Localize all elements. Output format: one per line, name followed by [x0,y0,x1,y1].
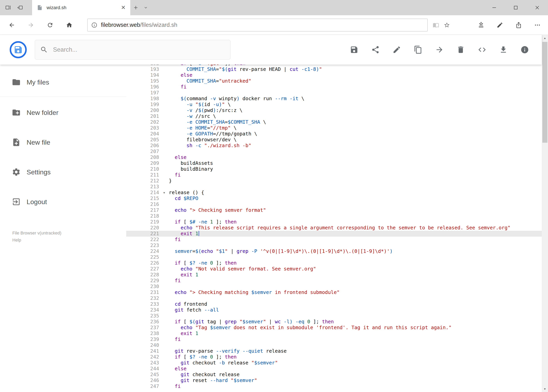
sidebar-item-logout[interactable]: Logout [0,190,126,214]
code-line[interactable]: 244 else [126,366,542,372]
sidebar-item-new-folder[interactable]: New folder [0,101,126,124]
back-button[interactable] [6,19,18,31]
code-line[interactable]: 226 if [ $? -ne 0 ]; then [126,260,542,266]
tabs-aside-list-icon[interactable] [2,0,14,15]
code-line[interactable]: 239 fi [126,336,542,342]
code-line[interactable]: 241 git rev-parse --verify --quiet relea… [126,348,542,354]
code-editor[interactable]: 192 if [ -d ".git" ]; then193 COMMIT_SHA… [126,65,542,392]
save-button[interactable] [350,45,359,54]
code-line[interactable]: 194 else [126,72,542,78]
code-line[interactable]: 201 -w //src \ [126,113,542,119]
code-line[interactable]: 220 echo "This release script requires a… [126,225,542,231]
search-input[interactable] [53,46,225,53]
code-line[interactable]: 211 fi [126,172,542,178]
tab-preview-chevron-icon[interactable] [141,0,150,15]
info-button[interactable] [520,45,529,54]
code-line[interactable]: 213 [126,184,542,190]
code-line[interactable]: 225 [126,254,542,260]
code-line[interactable]: 192 if [ -d ".git" ]; then [126,65,542,66]
scroll-up-arrow-icon[interactable]: ▲ [542,35,548,41]
code-line[interactable]: 204 -e GOPATH=//tmp/gopath \ [126,131,542,137]
code-line[interactable]: 218 [126,213,542,219]
code-line[interactable]: 199 -u "$(id -u)" \ [126,102,542,107]
code-line[interactable]: 202 -e COMMIT_SHA=$COMMIT_SHA \ [126,119,542,125]
code-line[interactable]: 208 else [126,154,542,160]
code-button[interactable] [478,45,486,54]
code-line[interactable]: 222 fi [126,237,542,243]
close-button[interactable] [527,0,548,15]
code-line[interactable]: 207 [126,148,542,154]
tab-close-icon[interactable]: ✕ [121,5,126,10]
code-line[interactable]: 217 echo "> Checking semver format" [126,207,542,213]
code-line[interactable]: 193 COMMIT_SHA="$(git rev-parse HEAD | c… [126,66,542,72]
share-button[interactable] [371,45,380,54]
code-line[interactable]: 223 [126,243,542,248]
code-line[interactable]: 245 git checkout release [126,372,542,378]
maximize-button[interactable] [505,0,527,15]
minimize-button[interactable] [483,0,505,15]
code-line[interactable]: 236 if [ $(git tag | grep "$semver" | wc… [126,319,542,325]
code-line[interactable]: 210 buildBinary [126,166,542,172]
favorite-star-button[interactable] [441,20,452,30]
code-line[interactable]: 198 $(command -v winpty) docker run --rm… [126,96,542,102]
refresh-button[interactable] [44,19,56,31]
reading-view-button[interactable] [430,20,441,30]
code-line[interactable]: 231 echo "> Checking matching $semver in… [126,289,542,295]
code-line[interactable]: 229 fi [126,278,542,284]
search-box[interactable] [35,40,230,59]
page-scrollbar[interactable]: ▲ ▼ [542,35,548,392]
code-line[interactable]: 243 git checkout -b release "$semver" [126,360,542,366]
download-button[interactable] [499,45,508,54]
code-line[interactable]: 247 fi [126,383,542,389]
browser-tab[interactable]: wizard.sh ✕ [32,0,130,15]
code-line[interactable]: 215 cd $REPO [126,196,542,201]
code-line[interactable]: 209 buildAssets [126,160,542,166]
new-tab-button[interactable] [130,0,141,15]
code-line[interactable]: 237 echo "Tag $semver does not exist in … [126,325,542,330]
more-menu-button[interactable] [532,20,543,30]
code-line[interactable]: 240 [126,342,542,348]
code-line[interactable]: 195 COMMIT_SHA="untracked" [126,78,542,84]
code-line[interactable]: 228 exit 1 [126,272,542,278]
info-icon[interactable] [91,22,97,28]
sidebar-item-my-files[interactable]: My files [0,70,126,94]
forward-button[interactable] [25,19,37,31]
code-line[interactable]: 233 cd frontend [126,301,542,307]
code-line[interactable]: 230 [126,284,542,289]
address-bar[interactable]: filebrowser.web/files/wizard.sh [87,19,428,32]
code-line[interactable]: 206 sh -c "./wizard.sh -b" [126,143,542,148]
copy-button[interactable] [414,45,423,54]
code-line[interactable]: 205 filebrowser/dev \ [126,137,542,143]
favorites-hub-button[interactable] [476,20,486,30]
code-line[interactable]: 224 semver=$(echo "$1" | grep -P '^v(0|[… [126,248,542,254]
share-page-button[interactable] [513,20,524,30]
move-button[interactable] [435,45,444,54]
sidebar-item-settings[interactable]: Settings [0,160,126,184]
code-line[interactable]: 214▾release () { [126,190,542,196]
code-line[interactable]: 212} [126,178,542,184]
code-line[interactable]: 232 [126,295,542,301]
home-button[interactable] [63,19,76,31]
code-line[interactable]: 196 fi [126,84,542,90]
fold-arrow-icon[interactable]: ▾ [163,190,165,196]
code-line[interactable]: 246 git reset --hard "$semver" [126,378,542,383]
code-line-active[interactable]: 221 exit 1 [126,231,542,237]
code-line[interactable]: 200 -v /$(pwd):/src:z \ [126,107,542,113]
code-line[interactable]: 234 git fetch --all [126,307,542,313]
edit-button[interactable] [392,45,401,54]
sidebar-item-new-file[interactable]: New file [0,131,126,154]
code-line[interactable]: 216 [126,201,542,207]
set-tabs-aside-icon[interactable] [14,0,26,15]
code-line[interactable]: 227 echo "Not valid semver format. See s… [126,266,542,272]
code-line[interactable]: 203 -e HOME="//tmp" \ [126,125,542,131]
code-line[interactable]: 235 [126,313,542,319]
scroll-down-arrow-icon[interactable]: ▼ [542,386,548,392]
delete-button[interactable] [456,45,465,54]
help-link[interactable]: Help [12,237,21,244]
scrollbar-thumb[interactable] [542,42,548,143]
code-line[interactable]: 242 if [ $? -ne 0 ]; then [126,354,542,360]
code-line[interactable]: 197 [126,90,542,96]
code-line[interactable]: 219 if [ $# -ne 1 ]; then [126,219,542,225]
code-line[interactable]: 238 exit 1 [126,330,542,336]
web-note-pen-button[interactable] [494,20,505,30]
